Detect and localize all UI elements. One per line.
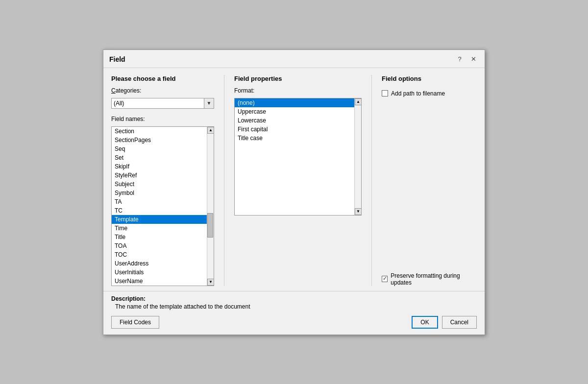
description-text: The name of the template attached to the… xyxy=(111,303,477,310)
list-item[interactable]: Set xyxy=(112,153,207,162)
cancel-label: Cancel xyxy=(450,319,468,326)
left-panel: Please choose a field Categories: (All) … xyxy=(111,75,214,286)
help-button[interactable]: ? xyxy=(454,54,465,65)
list-item[interactable]: Seq xyxy=(112,144,207,153)
title-bar-buttons: ? ✕ xyxy=(454,54,479,65)
right-panel: Field options Add path to filename Prese… xyxy=(382,75,477,286)
divider-left xyxy=(224,75,224,286)
format-listbox[interactable]: (none) Uppercase Lowercase First capital… xyxy=(234,98,362,216)
title-bar: Field ? ✕ xyxy=(103,50,485,68)
list-item[interactable]: UserAddress xyxy=(112,259,207,268)
list-item[interactable]: TC xyxy=(112,206,207,215)
list-item[interactable]: Symbol xyxy=(112,189,207,197)
close-button[interactable]: ✕ xyxy=(468,54,479,65)
list-item[interactable]: UserInitials xyxy=(112,268,207,277)
ok-button[interactable]: OK xyxy=(412,316,438,329)
choose-field-title: Please choose a field xyxy=(111,75,214,82)
right-buttons: OK Cancel xyxy=(412,316,477,329)
list-item[interactable]: UserName xyxy=(112,277,207,286)
ok-label: OK xyxy=(420,319,429,326)
right-panel-bottom: Preserve formatting during updates xyxy=(382,266,477,286)
list-item[interactable]: SectionPages xyxy=(112,136,207,144)
format-scrollbar[interactable]: ▲ ▼ xyxy=(354,98,361,215)
format-item-first-capital[interactable]: First capital xyxy=(235,125,354,134)
scroll-up-btn[interactable]: ▲ xyxy=(207,127,214,134)
format-scroll-down[interactable]: ▼ xyxy=(355,208,362,215)
description-section: Description: The name of the template at… xyxy=(103,291,485,312)
field-names-label: Field names: xyxy=(111,116,214,122)
dialog-title: Field xyxy=(109,55,125,63)
scroll-track xyxy=(207,134,214,279)
field-options-title: Field options xyxy=(382,75,477,82)
list-item[interactable]: StyleRef xyxy=(112,171,207,180)
format-label: Format: xyxy=(234,87,362,94)
list-item-selected[interactable]: Template xyxy=(112,215,207,224)
divider-right xyxy=(371,75,372,286)
add-path-row: Add path to filename xyxy=(382,90,477,97)
list-item[interactable]: Title xyxy=(112,233,207,241)
list-item[interactable]: TA xyxy=(112,197,207,206)
fieldnames-scrollbar[interactable]: ▲ ▼ xyxy=(207,127,214,286)
field-names-listbox[interactable]: Section SectionPages Seq Set SkipIf Styl… xyxy=(111,126,214,286)
categories-dropdown-arrow[interactable]: ▼ xyxy=(204,98,214,109)
list-item[interactable]: SkipIf xyxy=(112,162,207,171)
preserve-formatting-checkbox[interactable] xyxy=(382,276,388,282)
description-label: Description: xyxy=(111,295,477,302)
left-buttons: Field Codes xyxy=(111,316,159,329)
list-item[interactable]: Time xyxy=(112,224,207,233)
field-dialog: Field ? ✕ Please choose a field Categori… xyxy=(103,49,485,335)
middle-panel: Field properties Format: (none) Uppercas… xyxy=(234,75,362,286)
bottom-buttons: Field Codes OK Cancel xyxy=(103,312,485,335)
format-item-none[interactable]: (none) xyxy=(235,98,354,107)
list-item[interactable]: TOC xyxy=(112,250,207,259)
field-codes-label: Field Codes xyxy=(120,319,151,326)
categories-label: Categories: xyxy=(111,87,214,94)
preserve-formatting-label: Preserve formatting during updates xyxy=(391,272,477,286)
format-scroll-track xyxy=(355,105,361,208)
format-item-uppercase[interactable]: Uppercase xyxy=(235,107,354,116)
list-item[interactable]: Subject xyxy=(112,180,207,189)
format-list-inner: (none) Uppercase Lowercase First capital… xyxy=(235,98,354,215)
format-item-lowercase[interactable]: Lowercase xyxy=(235,116,354,125)
categories-select[interactable]: (All) xyxy=(111,98,204,109)
dialog-body: Please choose a field Categories: (All) … xyxy=(103,68,485,291)
add-path-checkbox[interactable] xyxy=(382,90,388,96)
format-item-title-case[interactable]: Title case xyxy=(235,134,354,143)
field-properties-title: Field properties xyxy=(234,75,362,82)
list-item[interactable]: Section xyxy=(112,127,207,136)
field-names-list-inner: Section SectionPages Seq Set SkipIf Styl… xyxy=(112,127,207,286)
categories-dropdown-row: (All) ▼ xyxy=(111,98,214,109)
cancel-button[interactable]: Cancel xyxy=(442,316,477,329)
format-scroll-up[interactable]: ▲ xyxy=(355,98,362,105)
add-path-label: Add path to filename xyxy=(391,90,445,97)
scroll-down-btn[interactable]: ▼ xyxy=(207,279,214,286)
preserve-formatting-row: Preserve formatting during updates xyxy=(382,272,477,286)
scroll-thumb xyxy=(207,213,213,238)
field-codes-button[interactable]: Field Codes xyxy=(111,316,159,329)
list-item[interactable]: TOA xyxy=(112,241,207,250)
